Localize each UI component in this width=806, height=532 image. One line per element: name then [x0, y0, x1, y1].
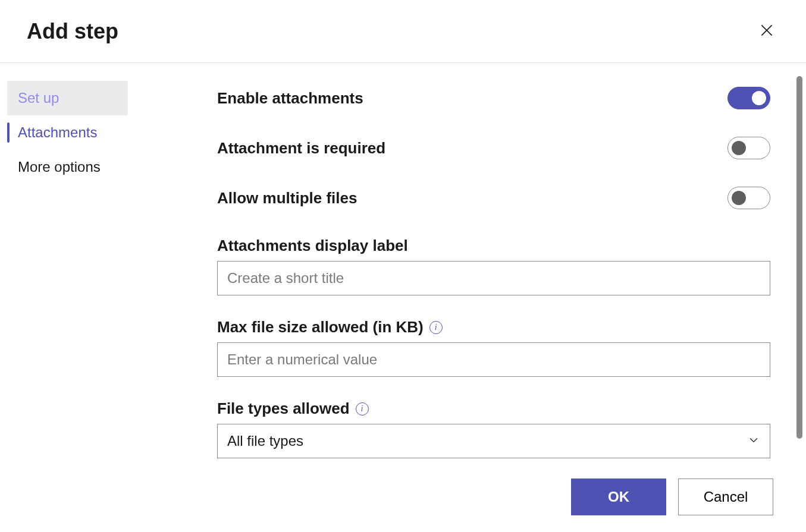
- field-label: Enable attachments: [217, 89, 363, 108]
- close-button[interactable]: [754, 18, 779, 45]
- sidebar-item-attachments[interactable]: Attachments: [7, 115, 128, 150]
- button-label: Cancel: [704, 489, 748, 505]
- field-label: Allow multiple files: [217, 189, 357, 207]
- button-label: OK: [608, 489, 629, 505]
- toggle-allow-multiple[interactable]: [727, 187, 770, 209]
- toggle-enable-attachments[interactable]: [727, 87, 770, 109]
- field-label: Attachments display label: [217, 237, 408, 255]
- field-label: Max file size allowed (in KB): [217, 318, 424, 336]
- scrollbar[interactable]: [796, 76, 802, 439]
- sidebar: Set up Attachments More options: [0, 63, 128, 468]
- field-attachment-required: Attachment is required: [217, 137, 770, 159]
- sidebar-item-more-options[interactable]: More options: [7, 150, 128, 184]
- sidebar-item-label: More options: [18, 159, 101, 175]
- select-value: All file types: [227, 433, 303, 449]
- form-panel: Enable attachments Attachment is require…: [128, 63, 806, 468]
- field-enable-attachments: Enable attachments: [217, 87, 770, 109]
- file-types-select[interactable]: All file types: [217, 424, 770, 458]
- dialog-title: Add step: [27, 19, 118, 44]
- close-icon: [759, 23, 774, 40]
- field-label: Attachment is required: [217, 139, 385, 158]
- field-allow-multiple: Allow multiple files: [217, 187, 770, 209]
- toggle-attachment-required[interactable]: [727, 137, 770, 159]
- ok-button[interactable]: OK: [571, 479, 666, 515]
- dialog-header: Add step: [0, 0, 806, 63]
- sidebar-item-setup[interactable]: Set up: [7, 81, 128, 115]
- display-label-input[interactable]: [217, 261, 770, 295]
- dialog-body: Set up Attachments More options Enable a…: [0, 63, 806, 468]
- info-icon[interactable]: i: [356, 402, 369, 415]
- toggle-knob: [732, 191, 746, 205]
- field-label: File types allowed: [217, 399, 350, 418]
- max-file-size-input[interactable]: [217, 342, 770, 377]
- cancel-button[interactable]: Cancel: [678, 479, 773, 515]
- toggle-knob: [752, 91, 766, 105]
- field-max-file-size: Max file size allowed (in KB) i: [217, 318, 770, 377]
- sidebar-item-label: Set up: [18, 90, 59, 106]
- field-display-label: Attachments display label: [217, 237, 770, 295]
- toggle-knob: [732, 141, 746, 155]
- field-file-types: File types allowed i All file types: [217, 399, 770, 458]
- dialog-footer: OK Cancel: [0, 468, 806, 532]
- sidebar-item-label: Attachments: [18, 124, 97, 140]
- info-icon[interactable]: i: [429, 321, 443, 334]
